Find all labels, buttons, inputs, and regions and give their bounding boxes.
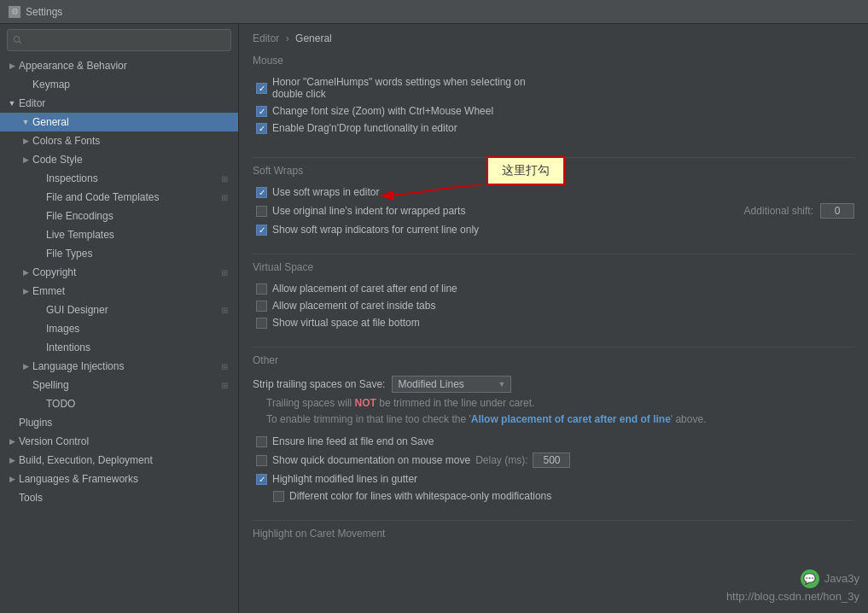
- checkbox-original-indent[interactable]: [256, 206, 267, 217]
- sidebar-item-live-templates[interactable]: Live Templates: [0, 225, 238, 244]
- sidebar-item-languages-frameworks[interactable]: ▶Languages & Frameworks: [0, 470, 238, 488]
- option-different-color[interactable]: Different color for lines with whitespac…: [273, 487, 854, 505]
- nav-label-gui-designer: GUI Designer: [46, 304, 108, 316]
- delay-input[interactable]: [533, 452, 570, 468]
- nav-label-file-encodings: File Encodings: [46, 210, 114, 222]
- nav-label-languages-frameworks: Languages & Frameworks: [19, 473, 138, 485]
- soft-wraps-section: Soft Wraps Use soft wraps in editor Use …: [239, 165, 868, 247]
- sidebar-item-spelling[interactable]: Spelling⊞: [0, 376, 238, 394]
- nav-label-live-templates: Live Templates: [46, 229, 114, 241]
- triangle-icon: ▼: [20, 118, 31, 126]
- nav-label-file-code-templates: File and Code Templates: [46, 191, 160, 203]
- page-settings-icon: ⊞: [221, 306, 228, 315]
- sidebar-item-general[interactable]: ▼General: [0, 113, 238, 131]
- sidebar-item-language-injections[interactable]: ▶Language Injections⊞: [0, 357, 238, 376]
- checkbox-drag-drop[interactable]: [256, 123, 267, 134]
- checkbox-font-zoom[interactable]: [256, 106, 267, 117]
- checkbox-use-soft-wraps[interactable]: [256, 187, 267, 198]
- divider-2: [253, 254, 854, 254]
- sidebar-item-plugins[interactable]: Plugins: [0, 413, 238, 432]
- sidebar-item-gui-designer[interactable]: GUI Designer⊞: [0, 301, 238, 319]
- watermark-brand: Java3y: [824, 570, 859, 587]
- triangle-icon: ▶: [20, 137, 31, 145]
- sidebar-item-intentions[interactable]: Intentions: [0, 338, 238, 357]
- mouse-section-title: Mouse: [253, 55, 854, 67]
- shift-input[interactable]: [820, 203, 854, 219]
- sidebar-item-code-style[interactable]: ▶Code Style: [0, 150, 238, 169]
- option-camel-humps[interactable]: Honor "CamelHumps" words settings when s…: [256, 73, 854, 102]
- sidebar-item-editor[interactable]: ▼Editor: [0, 94, 238, 113]
- checkbox-caret-end[interactable]: [256, 283, 267, 295]
- option-virtual-space-bottom[interactable]: Show virtual space at file bottom: [256, 314, 854, 331]
- trailing-line2a: To enable trimming in that line too chec…: [266, 413, 471, 425]
- sidebar-item-build-execution[interactable]: ▶Build, Execution, Deployment: [0, 451, 238, 470]
- nav-label-inspections: Inspections: [46, 172, 98, 184]
- sidebar-item-colors-fonts[interactable]: ▶Colors & Fonts: [0, 131, 238, 150]
- trailing-not: NOT: [355, 397, 376, 409]
- sidebar-item-appearance[interactable]: ▶Appearance & Behavior: [0, 56, 238, 75]
- breadcrumb: Editor › General: [239, 24, 868, 51]
- nav-label-version-control: Version Control: [19, 435, 89, 447]
- checkbox-camel-humps[interactable]: [256, 83, 267, 94]
- sidebar-item-copyright[interactable]: ▶Copyright⊞: [0, 263, 238, 282]
- nav-label-todo: TODO: [46, 398, 75, 410]
- strip-value: Modified Lines: [398, 378, 463, 390]
- sidebar-item-keymap[interactable]: Keymap: [0, 75, 238, 94]
- checkbox-quick-doc[interactable]: [256, 455, 267, 466]
- option-use-soft-wraps[interactable]: Use soft wraps in editor: [256, 184, 854, 201]
- sidebar-item-todo[interactable]: TODO: [0, 394, 238, 413]
- option-caret-tabs[interactable]: Allow placement of caret inside tabs: [256, 297, 854, 314]
- search-box[interactable]: [7, 29, 231, 51]
- option-wrap-indicators[interactable]: Show soft wrap indicators for current li…: [256, 221, 854, 238]
- nav-label-build-execution: Build, Execution, Deployment: [19, 454, 153, 466]
- option-caret-end[interactable]: Allow placement of caret after end of li…: [256, 280, 854, 297]
- page-settings-icon: ⊞: [221, 268, 228, 277]
- annotation-text: 这里打勾: [502, 163, 550, 177]
- triangle-icon: ▶: [7, 475, 17, 483]
- search-icon: [13, 35, 22, 45]
- right-panel: Editor › General Mouse Honor "CamelHumps…: [239, 24, 868, 613]
- checkbox-wrap-indicators[interactable]: [256, 225, 267, 236]
- sidebar-item-images[interactable]: Images: [0, 319, 238, 338]
- option-highlight-modified[interactable]: Highlight modified lines in gutter: [256, 470, 854, 487]
- option-original-indent[interactable]: Use original line's indent for wrapped p…: [256, 201, 854, 221]
- delay-label: Delay (ms):: [475, 454, 527, 466]
- sidebar-item-file-encodings[interactable]: File Encodings: [0, 207, 238, 225]
- other-title: Other: [253, 354, 854, 366]
- checkbox-highlight-modified[interactable]: [256, 474, 267, 485]
- nav-label-editor: Editor: [19, 97, 45, 109]
- highlight-caret-title: Highlight on Caret Movement: [253, 528, 854, 540]
- sidebar-item-emmet[interactable]: ▶Emmet: [0, 282, 238, 301]
- sidebar-item-file-code-templates[interactable]: File and Code Templates⊞: [0, 188, 238, 207]
- option-drag-drop[interactable]: Enable Drag'n'Drop functionality in edit…: [256, 120, 854, 137]
- checkbox-different-color[interactable]: [273, 491, 284, 502]
- nav-label-spelling: Spelling: [32, 379, 69, 391]
- window-title: Settings: [26, 6, 62, 18]
- sidebar-item-file-types[interactable]: File Types: [0, 244, 238, 263]
- shift-label: Additional shift:: [744, 205, 813, 217]
- checkbox-virtual-space-bottom[interactable]: [256, 318, 267, 329]
- triangle-icon: ▶: [20, 268, 31, 277]
- sidebar-item-version-control[interactable]: ▶Version Control: [0, 432, 238, 451]
- option-font-zoom[interactable]: Change font size (Zoom) with Ctrl+Mouse …: [256, 102, 854, 120]
- nav-label-intentions: Intentions: [46, 342, 90, 353]
- svg-point-0: [14, 37, 19, 42]
- dropdown-arrow: ▼: [498, 380, 506, 388]
- sidebar-item-inspections[interactable]: Inspections⊞: [0, 169, 238, 188]
- option-line-feed[interactable]: Ensure line feed at file end on Save: [256, 433, 854, 450]
- trailing-info: Trailing spaces will NOT be trimmed in t…: [266, 395, 854, 428]
- checkbox-caret-tabs[interactable]: [256, 301, 267, 312]
- option-quick-doc[interactable]: Show quick documentation on mouse move D…: [256, 450, 854, 470]
- strip-dropdown[interactable]: Modified Lines ▼: [392, 376, 511, 393]
- virtual-space-title: Virtual Space: [253, 261, 854, 273]
- triangle-icon: ▶: [7, 456, 17, 464]
- mouse-options: Honor "CamelHumps" words settings when s…: [253, 73, 854, 137]
- nav-label-colors-fonts: Colors & Fonts: [32, 135, 100, 147]
- sidebar-item-tools[interactable]: Tools: [0, 488, 238, 507]
- checkbox-line-feed[interactable]: [256, 436, 267, 447]
- trailing-link: Allow placement of caret after end of li…: [471, 413, 671, 425]
- title-bar: ⚙ Settings: [0, 0, 868, 24]
- breadcrumb-parent: Editor: [253, 32, 279, 44]
- search-input[interactable]: [26, 34, 225, 46]
- trailing-line1a: Trailing spaces will: [266, 397, 352, 409]
